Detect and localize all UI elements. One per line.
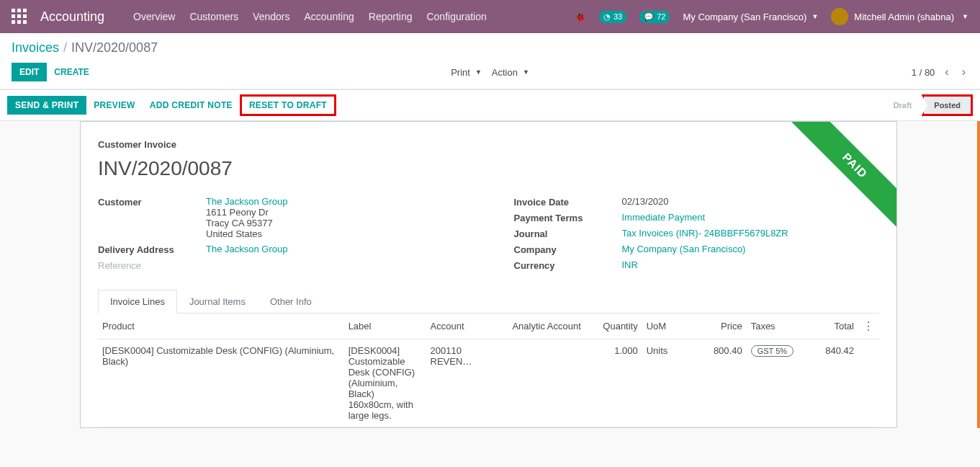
tab-other-info[interactable]: Other Info — [258, 290, 324, 313]
tab-journal-items[interactable]: Journal Items — [177, 290, 258, 313]
company-switcher[interactable]: My Company (San Francisco) ▼ — [683, 12, 818, 22]
cell-uom: Units — [642, 339, 687, 427]
paid-ribbon: PAID — [781, 122, 896, 237]
left-column: Customer The Jackson Group 1611 Peony Dr… — [98, 196, 464, 275]
center-actions: Print▼ Action▼ — [451, 67, 529, 78]
chat-icon: 💬 — [644, 12, 654, 22]
section-title: Customer Invoice — [98, 139, 879, 150]
sheet-background: PAID Customer Invoice INV/2020/0087 Cust… — [0, 121, 980, 428]
col-analytic: Analytic Account — [508, 313, 590, 339]
invoice-number: INV/2020/0087 — [98, 157, 879, 180]
edit-button[interactable]: Edit — [12, 63, 47, 81]
value-customer: The Jackson Group 1611 Peony Dr Tracy CA… — [206, 196, 464, 239]
cell-quantity: 1.000 — [590, 339, 642, 427]
reset-to-draft-highlight: Reset to Draft — [240, 94, 336, 116]
pager-value: 1 / 80 — [912, 67, 935, 78]
clock-icon: ◔ — [603, 12, 611, 22]
cell-price: 800.40 — [687, 339, 747, 427]
label-payment-terms: Payment Terms — [514, 212, 622, 223]
create-button[interactable]: Create — [47, 63, 96, 81]
top-nav: Accounting Overview Customers Vendors Ac… — [0, 0, 980, 33]
apps-icon[interactable] — [12, 9, 27, 25]
menu-reporting[interactable]: Reporting — [369, 11, 413, 22]
print-dropdown[interactable]: Print▼ — [451, 67, 482, 78]
col-label: Label — [344, 313, 426, 339]
send-print-button[interactable]: Send & Print — [7, 96, 86, 115]
pager-prev-icon[interactable]: ‹ — [942, 64, 951, 80]
breadcrumb-root[interactable]: Invoices — [12, 40, 59, 55]
cell-total: 840.42 — [799, 339, 858, 427]
action-dropdown[interactable]: Action▼ — [492, 67, 529, 78]
control-panel: Invoices / INV/2020/0087 Edit Create Pri… — [0, 33, 980, 89]
customer-link[interactable]: The Jackson Group — [206, 196, 464, 207]
col-taxes: Taxes — [747, 313, 799, 339]
table-header-row: Product Label Account Analytic Account Q… — [98, 313, 879, 339]
label-company: Company — [514, 244, 622, 255]
pager-next-icon[interactable]: › — [959, 64, 968, 80]
add-credit-note-button[interactable]: Add Credit Note — [143, 97, 240, 114]
invoice-lines-table: Product Label Account Analytic Account Q… — [98, 313, 879, 427]
statusbar: Send & Print Preview Add Credit Note Res… — [0, 89, 980, 121]
label-journal: Journal — [514, 228, 622, 239]
discuss-badge[interactable]: 💬 72 — [639, 11, 670, 23]
pager: 1 / 80 ‹ › — [912, 64, 968, 80]
table-row[interactable]: [DESK0004] Customizable Desk (CONFIG) (A… — [98, 339, 879, 427]
caret-down-icon: ▼ — [523, 68, 529, 76]
col-quantity: Quantity — [590, 313, 642, 339]
caret-down-icon: ▼ — [475, 68, 482, 76]
tab-invoice-lines[interactable]: Invoice Lines — [98, 290, 177, 313]
avatar — [831, 8, 848, 25]
cell-analytic — [508, 339, 590, 427]
reset-to-draft-button[interactable]: Reset to Draft — [242, 97, 334, 114]
payment-terms-link[interactable]: Immediate Payment — [622, 212, 706, 223]
column-options-icon[interactable]: ⋮ — [863, 320, 874, 332]
notebook-tabs: Invoice Lines Journal Items Other Info — [98, 290, 879, 313]
label-currency: Currency — [514, 259, 622, 271]
col-uom: UoM — [642, 313, 687, 339]
form-fields: Customer The Jackson Group 1611 Peony Dr… — [98, 196, 879, 275]
col-product: Product — [98, 313, 344, 339]
breadcrumb-separator: / — [63, 40, 67, 55]
caret-down-icon: ▼ — [962, 13, 968, 20]
label-delivery: Delivery Address — [98, 244, 206, 255]
label-reference: Reference — [98, 259, 206, 271]
breadcrumb-current: INV/2020/0087 — [71, 40, 158, 55]
cell-taxes: GST 5% — [747, 339, 799, 427]
nav-right: 🐞 ◔ 33 💬 72 My Company (San Francisco) ▼… — [574, 8, 968, 25]
activities-badge[interactable]: ◔ 33 — [599, 11, 626, 23]
label-invoice-date: Invoice Date — [514, 196, 622, 208]
company-link[interactable]: My Company (San Francisco) — [622, 244, 746, 254]
journal-link[interactable]: Tax Invoices (INR)- 24BBBFF5679L8ZR — [622, 228, 788, 239]
main-menu: Overview Customers Vendors Accounting Re… — [133, 11, 487, 22]
breadcrumb: Invoices / INV/2020/0087 — [12, 40, 968, 55]
label-customer: Customer — [98, 196, 206, 208]
menu-accounting[interactable]: Accounting — [304, 11, 354, 22]
user-menu[interactable]: Mitchell Admin (shabna) ▼ — [831, 8, 968, 25]
status-stages: Draft Posted — [884, 94, 973, 116]
tax-tag: GST 5% — [751, 345, 794, 357]
menu-overview[interactable]: Overview — [133, 11, 175, 22]
stage-posted[interactable]: Posted — [922, 94, 973, 116]
bug-icon[interactable]: 🐞 — [574, 11, 586, 22]
app-brand: Accounting — [40, 9, 104, 25]
menu-customers[interactable]: Customers — [189, 11, 238, 22]
form-sheet: PAID Customer Invoice INV/2020/0087 Cust… — [80, 121, 897, 428]
delivery-link[interactable]: The Jackson Group — [206, 244, 287, 254]
col-price: Price — [687, 313, 747, 339]
col-account: Account — [426, 313, 508, 339]
stage-draft[interactable]: Draft — [884, 97, 922, 114]
menu-configuration[interactable]: Configuration — [426, 11, 486, 22]
menu-vendors[interactable]: Vendors — [253, 11, 289, 22]
caret-down-icon: ▼ — [812, 13, 818, 20]
col-total: Total — [799, 313, 858, 339]
cell-product: [DESK0004] Customizable Desk (CONFIG) (A… — [98, 339, 344, 427]
cell-account: 200110 REVEN… — [426, 339, 508, 427]
currency-link[interactable]: INR — [622, 259, 638, 270]
preview-button[interactable]: Preview — [86, 97, 142, 114]
cell-label: [DESK0004] Customizable Desk (CONFIG) (A… — [344, 339, 426, 427]
